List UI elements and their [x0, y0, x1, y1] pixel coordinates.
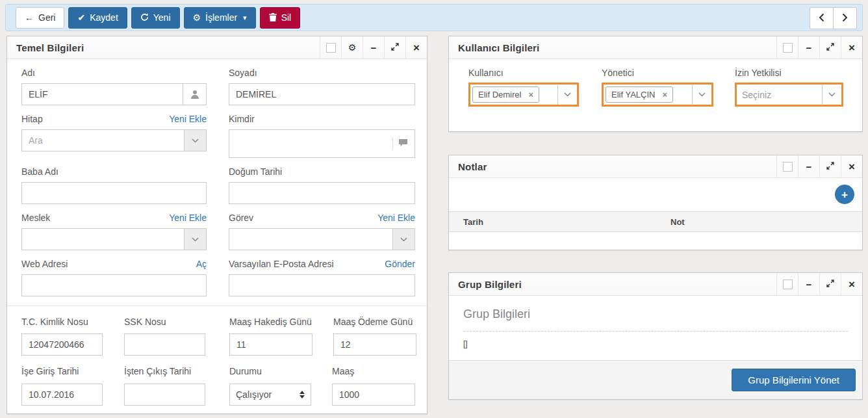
prev-record-button[interactable]	[810, 7, 834, 29]
panel-close-button[interactable]: ×	[841, 155, 862, 177]
panel-temel-bilgileri: Temel Bilgileri ⚙ − × Adı Soyadı	[6, 36, 428, 414]
maas-hakedis-input[interactable]	[230, 334, 312, 355]
panel-close-button[interactable]: ×	[841, 36, 862, 59]
chevron-down-icon[interactable]	[392, 229, 415, 250]
grup-body-title: Grup Bilgileri	[463, 307, 848, 321]
chevron-down-icon[interactable]	[692, 85, 711, 105]
meslek-yeni-ekle-link[interactable]: Yeni Ekle	[169, 213, 207, 223]
maas-odeme-input[interactable]	[334, 334, 416, 355]
panel-grup-bilgileri: Grup Bilgileri − × Grup Bilgileri [] Gru…	[448, 272, 863, 400]
minus-icon: −	[806, 42, 812, 53]
expand-icon	[826, 42, 834, 53]
chevron-down-icon[interactable]	[557, 85, 577, 105]
baba-adi-label: Baba Adı	[21, 166, 58, 177]
panel-select-checkbox[interactable]	[320, 36, 341, 59]
dogum-tarihi-input[interactable]	[229, 183, 415, 203]
baba-adi-input[interactable]	[22, 183, 206, 203]
gorev-select[interactable]	[229, 228, 415, 250]
person-icon	[183, 84, 206, 105]
select-arrows-icon	[300, 391, 305, 398]
minus-icon: −	[806, 161, 812, 172]
action-toolbar: ← Geri ✔ Kaydet Yeni ⚙ İşlemler ▾ Sil	[5, 4, 863, 31]
panel-settings-button[interactable]: ⚙	[341, 36, 363, 59]
panel-kullanici-bilgileri: Kullanıcı Bilgileri − × Kullanıcı Elif D…	[448, 36, 863, 132]
chevron-right-icon	[842, 13, 848, 24]
panel-collapse-button[interactable]: −	[363, 36, 384, 59]
chevron-down-icon[interactable]	[184, 130, 206, 151]
yonetici-select[interactable]: Elif YALÇIN ×	[602, 83, 713, 107]
panel-temel-header: Temel Bilgileri ⚙ − ×	[7, 36, 427, 59]
new-button-label: Yeni	[153, 12, 171, 23]
gear-icon: ⚙	[193, 13, 201, 22]
web-adresi-ac-link[interactable]: Aç	[196, 259, 207, 269]
delete-button[interactable]: Sil	[260, 7, 301, 29]
izin-yetkilisi-placeholder: Seçiniz	[737, 90, 771, 100]
panel-title-kullanici: Kullanıcı Bilgileri	[449, 42, 776, 53]
hitap-search-input[interactable]	[22, 130, 184, 151]
close-icon: ×	[413, 42, 420, 53]
trash-icon	[269, 13, 277, 23]
kullanici-selected-tag: Elif Demirel ×	[472, 86, 539, 103]
panel-expand-button[interactable]	[819, 155, 841, 177]
notlar-col-not: Not	[670, 217, 862, 227]
chevron-down-icon[interactable]	[822, 85, 841, 105]
isten-cikis-input[interactable]	[125, 384, 205, 405]
operations-dropdown-button[interactable]: ⚙ İşlemler ▾	[184, 7, 256, 29]
remove-tag-icon[interactable]: ×	[528, 90, 533, 99]
gear-icon: ⚙	[348, 42, 357, 53]
web-adresi-input[interactable]	[22, 275, 206, 296]
gorev-input[interactable]	[229, 229, 392, 250]
durumu-selected-value: Çalışıyor	[236, 389, 300, 400]
panel-expand-button[interactable]	[819, 273, 841, 295]
operations-button-label: İşlemler	[205, 12, 237, 23]
yonetici-label: Yönetici	[602, 68, 713, 78]
panel-expand-button[interactable]	[819, 36, 841, 59]
panel-select-checkbox[interactable]	[776, 155, 798, 177]
refresh-icon	[140, 13, 149, 23]
adi-input[interactable]	[22, 84, 183, 105]
kimdir-textarea[interactable]	[229, 130, 392, 157]
adi-label: Adı	[21, 68, 35, 78]
dogum-tarihi-label: Doğum Tarihi	[229, 166, 282, 177]
notlar-table-header: Tarih Not	[449, 211, 862, 232]
next-record-button[interactable]	[833, 7, 857, 29]
ssk-input[interactable]	[125, 334, 205, 355]
back-button-label: Geri	[38, 12, 55, 23]
grup-body-value: []	[463, 339, 848, 348]
hitap-select[interactable]	[21, 129, 207, 151]
panel-close-button[interactable]: ×	[841, 273, 862, 295]
add-note-button[interactable]: +	[835, 185, 854, 204]
manage-groups-button[interactable]: Grup Bilgilerini Yönet	[732, 369, 856, 391]
back-button[interactable]: ← Geri	[16, 7, 64, 29]
panel-select-checkbox[interactable]	[776, 273, 798, 295]
izin-yetkilisi-select[interactable]: Seçiniz	[735, 83, 843, 107]
kullanici-select[interactable]: Elif Demirel ×	[468, 83, 579, 107]
panel-title-temel: Temel Bilgileri	[7, 42, 320, 53]
panel-expand-button[interactable]	[384, 36, 405, 59]
panel-close-button[interactable]: ×	[405, 36, 427, 59]
eposta-input[interactable]	[229, 275, 415, 296]
ise-giris-input[interactable]	[22, 384, 102, 405]
panel-collapse-button[interactable]: −	[798, 155, 819, 177]
remove-tag-icon[interactable]: ×	[662, 90, 667, 99]
new-button[interactable]: Yeni	[131, 7, 180, 29]
chevron-down-icon[interactable]	[184, 229, 206, 250]
tc-kimlik-input[interactable]	[22, 334, 102, 355]
adi-field-group	[21, 83, 207, 105]
meslek-input[interactable]	[22, 229, 184, 250]
eposta-gonder-link[interactable]: Gönder	[385, 259, 415, 269]
meslek-select[interactable]	[21, 228, 207, 250]
hitap-label: Hitap	[21, 114, 43, 124]
save-button[interactable]: ✔ Kaydet	[68, 7, 127, 29]
maas-input[interactable]	[333, 384, 415, 405]
minus-icon: −	[371, 42, 377, 53]
durumu-select[interactable]: Çalışıyor	[229, 384, 311, 406]
panel-select-checkbox[interactable]	[776, 36, 798, 59]
panel-collapse-button[interactable]: −	[798, 36, 819, 59]
panel-collapse-button[interactable]: −	[798, 273, 819, 295]
gorev-yeni-ekle-link[interactable]: Yeni Ekle	[377, 213, 415, 223]
notlar-empty-row	[449, 232, 862, 250]
hitap-yeni-ekle-link[interactable]: Yeni Ekle	[169, 114, 207, 124]
check-icon: ✔	[77, 13, 85, 22]
soyadi-input[interactable]	[229, 84, 415, 105]
